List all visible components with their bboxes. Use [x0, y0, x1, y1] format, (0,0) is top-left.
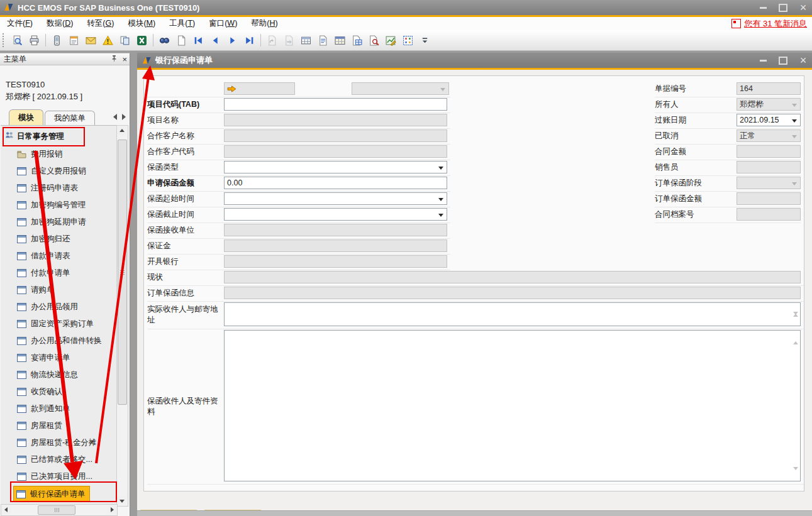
field-textarea[interactable] [224, 302, 801, 326]
sidebar-horizontal-scrollbar[interactable] [1, 504, 118, 516]
chart-edit-icon[interactable] [383, 33, 399, 48]
dropdown-arrow-icon[interactable] [438, 198, 443, 201]
horizontal-scroll-thumb[interactable] [38, 505, 75, 515]
form-window-icon [17, 337, 26, 345]
toolbar-overflow-icon[interactable] [417, 33, 433, 48]
excel-export-icon[interactable] [134, 33, 150, 48]
last-record-icon[interactable] [242, 33, 257, 48]
tree-item-11[interactable]: 办公用品和借件转换 [17, 332, 102, 349]
new-messages[interactable]: 您有 31 笔新消息 [731, 17, 807, 30]
scroll-right-icon[interactable] [108, 505, 117, 514]
grid-settings-icon[interactable] [400, 33, 416, 48]
form-maximize-icon[interactable] [778, 56, 788, 65]
tree-item-5[interactable]: 加密狗归还 [17, 231, 70, 248]
print-preview-icon[interactable] [9, 33, 25, 48]
field-dropdown[interactable] [224, 208, 447, 221]
previous-record-icon[interactable] [208, 33, 223, 48]
dropdown-arrow-icon[interactable] [438, 214, 443, 217]
menu-item-4[interactable]: 工具(T) [162, 18, 202, 29]
tab-scroll-right-icon[interactable] [122, 114, 126, 120]
tree-item-label: 收货确认 [31, 387, 62, 397]
tab-scroll-left-icon[interactable] [113, 114, 117, 120]
notepad-icon[interactable] [66, 33, 82, 48]
table-view-icon[interactable] [332, 33, 348, 48]
tree-item-7[interactable]: 付款申请单 [17, 265, 70, 282]
copy-document-icon[interactable] [117, 33, 133, 48]
scroll-left-icon[interactable] [1, 505, 11, 514]
form-window-icon [17, 269, 26, 277]
menu-item-2[interactable]: 转至(G) [80, 18, 121, 29]
tree-item-1[interactable]: 自定义费用报销 [17, 163, 86, 180]
field-value: 郑熠桦 [740, 99, 764, 110]
textarea-scroll-down-icon[interactable] [793, 315, 798, 324]
menu-item-1[interactable]: 数据(D) [40, 18, 80, 29]
menu-item-5[interactable]: 窗口(W) [202, 18, 244, 29]
tree-item-19[interactable]: 已决算项目费用... [17, 468, 92, 485]
document-search-icon[interactable] [366, 33, 382, 48]
app-minimize-icon[interactable] [758, 3, 768, 12]
form-row: 过账日期2021.09.15 [655, 113, 801, 129]
field-input[interactable] [224, 98, 447, 111]
print-icon[interactable] [26, 33, 42, 48]
app-maximize-icon[interactable] [778, 3, 788, 12]
find-icon[interactable] [157, 33, 172, 48]
form-close-icon[interactable]: × [798, 56, 808, 65]
field-dropdown[interactable] [224, 161, 447, 173]
close-panel-icon[interactable]: × [122, 55, 127, 64]
tree-item-10[interactable]: 固定资产采购订单 [17, 316, 94, 332]
insert-row-icon[interactable] [298, 33, 314, 48]
tree-item-18[interactable]: 已结算或者移交... [17, 451, 92, 468]
field-dropdown[interactable] [224, 192, 447, 205]
scroll-up-icon[interactable] [117, 126, 126, 135]
mobile-device-icon[interactable] [49, 33, 65, 48]
dropdown-arrow-icon[interactable] [438, 167, 443, 170]
tab-1[interactable]: 我的菜单 [45, 111, 95, 125]
tree-item-17[interactable]: 房屋租赁-租金分摊 [17, 434, 96, 451]
forward-document-icon[interactable] [281, 33, 297, 48]
contract-number-field[interactable] [224, 82, 295, 95]
dropdown-arrow-icon[interactable] [792, 119, 797, 123]
form-minimize-icon[interactable] [758, 56, 768, 65]
tree-item-13[interactable]: 物流快递信息 [17, 366, 78, 383]
textarea-scroll-up-icon[interactable] [793, 332, 798, 341]
document-lines-icon[interactable] [315, 33, 331, 48]
menu-item-0[interactable]: 文件(F) [0, 18, 40, 29]
tree-item-16[interactable]: 房屋租赁 [17, 417, 62, 434]
textarea-scroll-down-icon[interactable] [793, 470, 798, 479]
toolbar-grip[interactable] [3, 33, 6, 47]
menu-item-3[interactable]: 模块(M) [121, 18, 162, 29]
form-window-icon [17, 456, 26, 464]
sidebar-vertical-scrollbar[interactable] [116, 125, 128, 507]
menu-item-6[interactable]: 帮助(H) [244, 18, 284, 29]
pin-icon[interactable] [110, 54, 118, 65]
tab-0[interactable]: 模块 [9, 109, 43, 125]
scroll-down-icon[interactable] [117, 497, 126, 506]
tree-item-15[interactable]: 款到通知单 [17, 400, 70, 417]
field-dropdown[interactable]: 2021.09.15 [737, 114, 801, 126]
tree-item-6[interactable]: 借款申请表 [17, 248, 70, 265]
tree-item-14[interactable]: 收货确认 [17, 383, 62, 400]
tree-item-3[interactable]: 加密狗编号管理 [17, 197, 86, 214]
field-input[interactable]: 0.00 [224, 177, 447, 189]
warning-icon[interactable] [100, 33, 116, 48]
tree-root-daily-affairs[interactable]: 日常事务管理 [4, 129, 64, 144]
tree-item-20[interactable]: 银行保函申请单 [13, 486, 90, 502]
link-arrow-icon[interactable] [227, 85, 236, 92]
field-textarea[interactable] [224, 330, 801, 481]
document-table-icon[interactable] [349, 33, 365, 48]
vertical-scroll-thumb[interactable] [118, 140, 127, 405]
next-record-icon[interactable] [225, 33, 240, 48]
tree-item-label: 注册码申请表 [31, 183, 78, 194]
new-messages-link[interactable]: 您有 31 笔新消息 [744, 18, 807, 30]
tree-item-2[interactable]: 注册码申请表 [17, 180, 78, 197]
mail-icon[interactable] [83, 33, 99, 48]
first-record-icon[interactable] [191, 33, 206, 48]
tree-item-12[interactable]: 宴请申请单 [17, 349, 70, 366]
tree-item-4[interactable]: 加密狗延期申请 [17, 214, 86, 231]
new-document-icon[interactable] [174, 33, 189, 48]
tree-item-9[interactable]: 办公用品领用 [17, 299, 78, 316]
app-close-icon[interactable]: × [798, 3, 808, 12]
link-document-icon[interactable] [264, 33, 280, 48]
tree-item-8[interactable]: 请购单 [17, 282, 55, 299]
tree-item-0[interactable]: 费用报销 [17, 146, 62, 163]
